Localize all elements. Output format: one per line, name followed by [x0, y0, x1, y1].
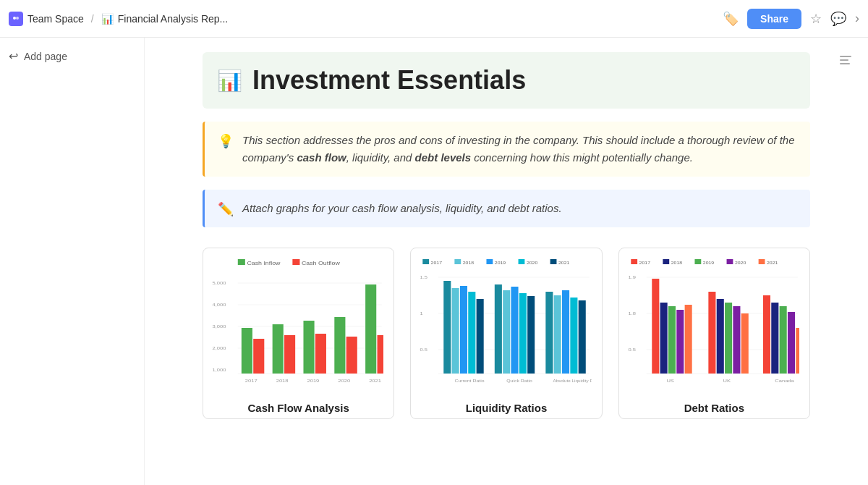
svg-rect-21: [253, 339, 264, 374]
add-page-button[interactable]: ↩ Add page: [9, 46, 135, 66]
svg-rect-56: [477, 299, 484, 374]
svg-text:4,000: 4,000: [213, 303, 226, 307]
svg-text:2019: 2019: [702, 261, 714, 265]
charts-row: Cash Inflow Cash Outflow 5,000 4,000 3,0…: [203, 248, 810, 419]
breadcrumb-separator: /: [91, 13, 94, 25]
svg-rect-24: [303, 321, 314, 374]
svg-rect-92: [708, 292, 715, 374]
svg-text:US: US: [666, 379, 674, 383]
svg-rect-90: [676, 310, 684, 374]
chart-card-cashflow: Cash Inflow Cash Outflow 5,000 4,000 3,0…: [203, 248, 394, 419]
svg-text:2021: 2021: [369, 379, 381, 383]
svg-rect-66: [579, 300, 586, 374]
svg-text:1,000: 1,000: [213, 368, 226, 372]
chart-area-cashflow: Cash Inflow Cash Outflow 5,000 4,000 3,0…: [203, 248, 393, 393]
svg-rect-65: [571, 298, 578, 374]
chart-card-debt: 2017 2018 2019 2020 2021 1.9 1.8 0.5: [618, 248, 810, 419]
svg-text:2018: 2018: [463, 261, 475, 265]
svg-text:1.5: 1.5: [420, 275, 428, 279]
star-icon[interactable]: ☆: [810, 11, 822, 27]
svg-text:2018: 2018: [276, 379, 289, 383]
svg-text:2018: 2018: [671, 261, 682, 265]
share-button[interactable]: Share: [747, 9, 801, 29]
layout: ↩ Add page 📊 Investment Essentials 💡 Thi…: [0, 38, 868, 485]
breadcrumb: Team Space / 📊 Financial Analysis Rep...: [9, 12, 723, 26]
svg-rect-3: [840, 56, 851, 57]
svg-text:2019: 2019: [495, 261, 506, 265]
svg-rect-55: [469, 292, 476, 374]
main-content: 📊 Investment Essentials 💡 This section a…: [145, 38, 868, 485]
svg-rect-76: [726, 259, 733, 264]
header-actions: 🏷️ Share ☆ 💬 ›: [723, 9, 859, 29]
chart-area-liquidity: 2017 2018 2019 2020 2021 1.5 1 0.5: [411, 248, 601, 393]
svg-point-1: [13, 17, 16, 20]
svg-rect-93: [716, 299, 723, 374]
svg-text:1.9: 1.9: [628, 275, 636, 279]
svg-point-2: [16, 17, 19, 20]
svg-text:Cash Outflow: Cash Outflow: [302, 261, 340, 266]
svg-rect-25: [315, 334, 326, 374]
sidebar: ↩ Add page: [0, 38, 145, 485]
svg-rect-4: [840, 59, 848, 61]
chart-area-debt: 2017 2018 2019 2020 2021 1.9 1.8 0.5: [619, 248, 809, 393]
svg-text:UK: UK: [723, 379, 731, 383]
svg-text:Absolute Liquidity Ratio: Absolute Liquidity Ratio: [553, 379, 592, 383]
callout-2-text: Attach graphs for your cash flow analysi…: [242, 200, 562, 217]
svg-rect-52: [444, 281, 451, 374]
svg-rect-99: [779, 306, 786, 374]
outline-icon[interactable]: [838, 52, 854, 68]
comment-icon[interactable]: 💬: [830, 11, 846, 27]
svg-text:2020: 2020: [338, 379, 350, 383]
callout-1-text: This section addresses the pros and cons…: [242, 132, 797, 166]
svg-rect-100: [788, 312, 795, 374]
svg-text:Cash Inflow: Cash Inflow: [247, 261, 280, 266]
header: Team Space / 📊 Financial Analysis Rep...…: [0, 0, 868, 38]
svg-rect-27: [346, 337, 357, 374]
svg-rect-5: [840, 63, 850, 64]
svg-rect-39: [487, 259, 493, 264]
team-space-label[interactable]: Team Space: [27, 13, 84, 25]
svg-rect-53: [452, 288, 459, 374]
section-header: 📊 Investment Essentials: [203, 52, 810, 109]
more-icon[interactable]: ›: [855, 11, 859, 26]
svg-text:2017: 2017: [431, 261, 443, 265]
svg-text:2019: 2019: [307, 379, 320, 383]
svg-rect-87: [652, 279, 659, 374]
svg-text:1: 1: [420, 311, 423, 316]
svg-rect-57: [495, 284, 502, 374]
callout-2: ✏️ Attach graphs for your cash flow anal…: [203, 190, 810, 227]
svg-text:2017: 2017: [245, 379, 258, 383]
doc-icon: 📊: [101, 13, 114, 25]
svg-rect-26: [334, 317, 345, 374]
svg-rect-88: [660, 303, 667, 374]
svg-rect-89: [668, 306, 676, 374]
section-header-icon: 📊: [217, 69, 242, 93]
svg-rect-91: [684, 305, 692, 374]
svg-rect-101: [796, 328, 799, 374]
svg-rect-95: [733, 306, 740, 374]
svg-text:2017: 2017: [639, 261, 650, 265]
svg-rect-97: [763, 295, 770, 374]
svg-text:3,000: 3,000: [213, 324, 226, 329]
tag-icon[interactable]: 🏷️: [723, 11, 739, 27]
svg-rect-6: [238, 259, 245, 265]
callout-1-icon: 💡: [218, 133, 234, 149]
svg-rect-23: [284, 335, 295, 374]
svg-rect-96: [741, 313, 748, 374]
svg-text:5,000: 5,000: [213, 281, 226, 285]
chart-label-liquidity: Liquidity Ratios: [411, 393, 601, 418]
section-title: Investment Essentials: [252, 65, 526, 96]
svg-text:Current Ratio: Current Ratio: [455, 379, 485, 383]
svg-rect-29: [378, 335, 384, 374]
svg-rect-74: [694, 259, 701, 264]
doc-title[interactable]: Financial Analysis Rep...: [118, 13, 229, 25]
svg-rect-22: [273, 324, 284, 374]
svg-rect-20: [242, 328, 252, 374]
chart-label-debt: Debt Ratios: [619, 393, 809, 418]
svg-rect-60: [519, 293, 527, 374]
svg-text:2,000: 2,000: [213, 346, 226, 350]
add-page-label: Add page: [24, 51, 67, 62]
svg-rect-61: [527, 296, 535, 374]
svg-text:0.5: 0.5: [420, 347, 428, 352]
svg-text:0.5: 0.5: [628, 347, 636, 352]
